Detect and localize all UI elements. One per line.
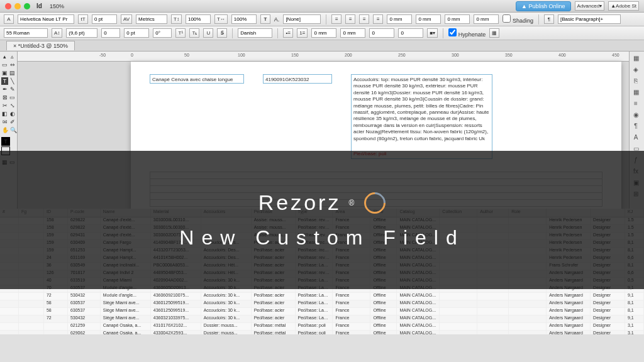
last-line-indent-input[interactable] <box>340 28 365 38</box>
publish-button[interactable]: ▲ Publish Online <box>516 1 570 11</box>
content-collector-icon[interactable]: ▣ <box>1 69 8 77</box>
zoom-tool-icon[interactable]: 🔍 <box>9 126 17 134</box>
type-tool-icon[interactable]: T <box>1 77 8 85</box>
grid-col-header[interactable]: Material <box>151 209 201 217</box>
grid-col-header[interactable]: # <box>0 209 19 217</box>
grid-col-header[interactable]: Accoudoirs <box>201 209 252 217</box>
table-row[interactable]: 159651253Canapé Hampt...4433207T23053...… <box>0 248 644 255</box>
dropcap-chars-input[interactable] <box>398 28 423 38</box>
grid-col-header[interactable]: Type <box>296 209 333 217</box>
swatches-panel-icon[interactable]: ▦ <box>631 87 641 97</box>
leading-icon[interactable]: A↕ <box>52 28 62 38</box>
grid-col-header[interactable]: Area <box>333 209 370 217</box>
textwrap-panel-icon[interactable]: ▣ <box>631 177 641 187</box>
numbering-icon[interactable]: 1≡ <box>297 28 308 38</box>
parastyle-icon[interactable]: ¶ <box>544 14 554 24</box>
kerning-icon[interactable]: AV <box>121 14 132 24</box>
adobe-stock-button[interactable]: ▲ Adobe St <box>608 1 639 11</box>
font-family-input[interactable] <box>18 14 74 24</box>
skew-input[interactable] <box>153 28 172 38</box>
grid-col-header[interactable]: Catalog <box>397 209 440 217</box>
subscript-icon[interactable]: T₁ <box>189 28 199 38</box>
tracking-input[interactable] <box>92 14 117 24</box>
table-row[interactable]: 58630537Siège Miami ave...4360125099519.… <box>0 308 644 315</box>
rectangle-frame-icon[interactable]: ⊠ <box>1 94 8 101</box>
grid-col-header[interactable]: Role <box>509 209 547 217</box>
close-window-icon[interactable] <box>5 3 11 9</box>
paragraph-panel-icon[interactable]: ¶ <box>631 121 641 131</box>
character-panel-icon[interactable]: A <box>631 132 641 142</box>
table-row[interactable]: 158629822Canapé d'exté...3030015L00300..… <box>0 225 644 233</box>
document-tab[interactable]: × *Untitled-3 @ 150% <box>6 41 75 50</box>
pages-panel-icon[interactable]: ▦ <box>631 53 641 63</box>
gradient-feather-icon[interactable]: ◐ <box>9 110 16 118</box>
grid-body[interactable]: 158629822Canapé d'exté...3030008L00310..… <box>0 217 644 334</box>
grid-col-header[interactable]: KJ <box>625 209 644 217</box>
maximize-window-icon[interactable] <box>24 3 30 9</box>
grid-col-header[interactable]: State <box>370 209 397 217</box>
layers-panel-icon[interactable]: ◈ <box>631 64 641 74</box>
bullets-icon[interactable]: •≡ <box>283 28 293 38</box>
table-row[interactable]: 158629822Canapé d'exté...3030008L00310..… <box>0 217 644 225</box>
vscale-input[interactable] <box>186 14 211 24</box>
free-transform-icon[interactable]: ⤡ <box>9 102 16 109</box>
grid-col-header[interactable]: Fg <box>19 209 44 217</box>
language-input[interactable] <box>238 28 272 38</box>
preview-view-icon[interactable]: ▭ <box>9 158 16 166</box>
normal-view-icon[interactable]: ▦ <box>1 158 8 166</box>
shading-swatch-icon[interactable]: ■▾ <box>427 28 438 38</box>
table-row[interactable]: 159630409Canape Fargo4140904BF170...Acco… <box>0 240 644 248</box>
table-row[interactable]: 629062Canapé Osaka, a...4330042X2593...D… <box>0 331 644 334</box>
align-left-icon[interactable]: ≡ <box>331 14 341 24</box>
align-justify-icon[interactable]: ≡ <box>373 14 383 24</box>
fill-icon[interactable]: T <box>260 14 270 24</box>
table-row[interactable]: 70630537Module d'angle...4360605D20913..… <box>0 285 644 293</box>
hand-tool-icon[interactable]: ✋ <box>1 126 9 134</box>
align-center-icon[interactable]: ≡ <box>345 14 355 24</box>
content-placer-icon[interactable]: ▤ <box>9 69 16 77</box>
grid-col-header[interactable] <box>547 209 591 217</box>
text-frame-title[interactable]: Canapé Cenova avec chaise longue <box>150 74 244 84</box>
columns-icon[interactable]: ▦ <box>489 28 499 38</box>
text-frame-description[interactable]: Accoudoirs: top: mousse PUR densité 30 k… <box>351 74 492 159</box>
tracking-value-input[interactable] <box>101 28 120 38</box>
pen-tool-icon[interactable]: ✒ <box>1 85 8 93</box>
table-row[interactable]: 621259Canapé Osaka, a...4310176X2102...D… <box>0 323 644 331</box>
stroke-panel-icon[interactable]: ≡ <box>631 98 641 108</box>
rectangle-tool-icon[interactable]: ▭ <box>9 94 16 101</box>
table-row[interactable]: 159629431Canapé d'exté...3030602D0733...… <box>0 233 644 240</box>
kerning-input[interactable] <box>136 14 167 24</box>
minimize-window-icon[interactable] <box>14 3 21 9</box>
eyedropper-tool-icon[interactable]: ✐ <box>9 118 16 126</box>
line-tool-icon[interactable]: ╲ <box>9 77 16 85</box>
selection-tool-icon[interactable]: ▴ <box>1 53 8 60</box>
scissors-tool-icon[interactable]: ✂ <box>1 102 8 109</box>
grid-col-header[interactable]: Collection <box>440 209 477 217</box>
tt-icon[interactable]: tT <box>78 14 88 24</box>
note-tool-icon[interactable]: ✉ <box>1 118 8 126</box>
grid-col-header[interactable]: Ped/base <box>252 209 296 217</box>
gradient-swatch-icon[interactable]: ◧ <box>1 110 8 118</box>
object-panel-icon[interactable]: ▭ <box>631 143 641 153</box>
table-row[interactable]: 58630537Siège Miami ave...4360125099519.… <box>0 300 644 308</box>
parastyle-input[interactable] <box>558 14 621 24</box>
indent-right-input[interactable] <box>416 14 441 24</box>
table-row[interactable]: 72530432Siège Miami ave...4360321033975.… <box>0 315 644 323</box>
pencil-tool-icon[interactable]: ✎ <box>9 85 16 93</box>
effects-panel-icon[interactable]: fx <box>631 166 641 176</box>
page-table[interactable] <box>150 172 602 206</box>
vscale-icon[interactable]: T↕ <box>171 14 182 24</box>
links-panel-icon[interactable]: ⎘ <box>631 75 641 85</box>
superscript-icon[interactable]: T¹ <box>175 28 186 38</box>
table-row[interactable]: 36630549Canapé inclinabl...PBC0008A8053.… <box>0 263 644 270</box>
space-before-input[interactable] <box>445 14 470 24</box>
zoom-level[interactable]: 150% <box>50 3 64 9</box>
hyphenate-checkbox[interactable]: Hyphenate <box>448 28 486 38</box>
fill-swatch-icon[interactable]: T <box>1 137 10 146</box>
grid-col-header[interactable]: Author <box>477 209 509 217</box>
underline-icon[interactable]: U <box>203 28 213 38</box>
text-frame-code[interactable]: 4190091GK523032 <box>263 74 332 84</box>
table-row[interactable]: 40633519Canapé Miami4020904AD002...Accou… <box>0 278 644 285</box>
colour-panel-icon[interactable]: ◉ <box>631 109 641 119</box>
grid-col-header[interactable]: ID <box>44 209 68 217</box>
